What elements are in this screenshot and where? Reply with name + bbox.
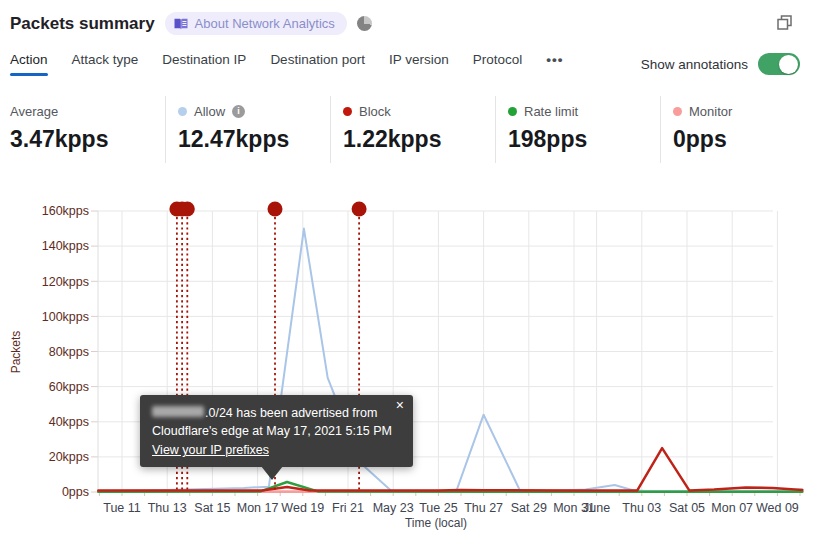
tab-ip-version[interactable]: IP version [389,52,449,76]
stat-rate-limit: Rate limit 198pps [495,96,660,163]
tab-action[interactable]: Action [10,52,48,76]
x-tick-label: Tue 11 [103,501,141,515]
info-icon[interactable]: i [232,105,245,118]
allow-dot-icon [178,107,187,116]
stat-value: 198pps [508,126,660,153]
x-tick-label: Fri 21 [332,501,364,515]
y-tick-label: 140kpps [42,239,89,253]
x-tick-label: Sat 29 [511,501,547,515]
x-tick-label: Mon 07 [711,501,753,515]
tooltip-arrow [261,466,283,480]
stat-average: Average 3.47kpps [0,96,165,163]
tab-protocol[interactable]: Protocol [473,52,523,76]
x-tick-label: Sat 15 [194,501,230,515]
packets-summary-panel: Packets summary About Network Analytics … [0,0,816,545]
stat-value: 12.47kpps [178,126,330,153]
y-tick-label: 160kpps [42,204,89,218]
page-title: Packets summary [10,14,155,34]
annotation-dot[interactable] [180,202,195,217]
stat-block: Block 1.22kpps [330,96,495,163]
stat-label: Average [10,104,58,119]
show-annotations-toggle[interactable] [758,53,800,75]
y-tick-label: 100kpps [42,310,89,324]
y-tick-label: 0pps [62,485,89,499]
stat-value: 3.47kpps [10,126,165,153]
x-tick-label: Wed 19 [281,501,324,515]
tooltip-text: .0/24 has been advertised from Cloudflar… [152,404,401,440]
monitor-dot-icon [673,107,682,116]
x-tick-label: Thu 27 [464,501,503,515]
tabs-row: Action Attack type Destination IP Destin… [10,52,800,76]
x-tick-label: Mon 17 [237,501,279,515]
about-network-analytics-badge[interactable]: About Network Analytics [165,12,347,35]
stat-allow: Allow i 12.47kpps [165,96,330,163]
x-tick-label: Thu 03 [622,501,661,515]
stat-label: Monitor [689,104,732,119]
badge-label: About Network Analytics [195,16,335,31]
x-tick-label: Tue 25 [419,501,458,515]
block-dot-icon [343,107,352,116]
annotation-tooltip: × .0/24 has been advertised from Cloudfl… [140,395,413,467]
rate-limit-dot-icon [508,107,517,116]
y-tick-label: 60kpps [49,380,89,394]
stat-value: 1.22kpps [343,126,495,153]
annotation-dot[interactable] [352,202,367,217]
more-tabs-button[interactable]: ••• [546,52,563,76]
tab-destination-port[interactable]: Destination port [270,52,365,76]
annotation-dot[interactable] [268,202,283,217]
show-annotations-control: Show annotations [641,53,800,75]
stats-row: Average 3.47kpps Allow i 12.47kpps Block… [0,96,816,163]
view-ip-prefixes-link[interactable]: View your IP prefixes [152,441,269,459]
packets-time-series-chart: 0pps20kpps40kpps60kpps80kpps100kpps120kp… [0,190,816,545]
toggle-knob [779,55,798,74]
stat-label: Allow [194,104,225,119]
stat-value: 0pps [673,126,816,153]
x-tick-label: Thu 13 [148,501,187,515]
y-tick-label: 120kpps [42,275,89,289]
x-tick-label: June [583,501,610,515]
y-tick-label: 80kpps [49,345,89,359]
pie-status-icon[interactable] [357,16,372,31]
tab-destination-ip[interactable]: Destination IP [162,52,246,76]
duplicate-window-icon[interactable] [775,13,794,32]
x-tick-label: Wed 09 [756,501,799,515]
tab-attack-type[interactable]: Attack type [72,52,139,76]
close-icon[interactable]: × [396,398,404,412]
book-icon [174,18,188,30]
tab-bar: Action Attack type Destination IP Destin… [10,52,563,76]
redacted-ip-prefix [152,406,204,417]
x-tick-label: May 23 [373,501,414,515]
header: Packets summary About Network Analytics [10,12,372,35]
y-tick-label: 40kpps [49,415,89,429]
show-annotations-label: Show annotations [641,57,748,72]
stat-label: Block [359,104,391,119]
stat-monitor: Monitor 0pps [660,96,816,163]
y-axis-title: Packets [9,331,23,374]
y-tick-label: 20kpps [49,450,89,464]
stat-label: Rate limit [524,104,578,119]
x-tick-label: Sat 05 [669,501,705,515]
x-axis-title: Time (local) [405,516,467,530]
